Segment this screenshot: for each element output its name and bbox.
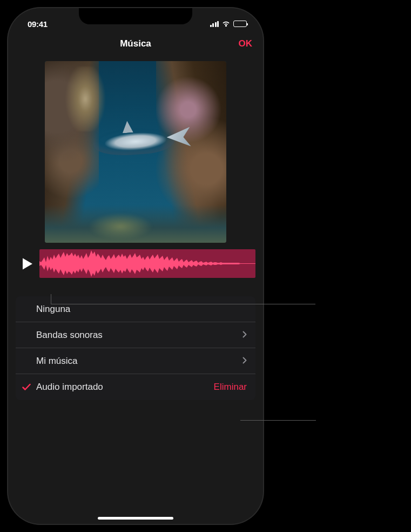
done-button[interactable]: OK: [239, 38, 253, 49]
wifi-icon: [221, 21, 231, 27]
delete-button[interactable]: Eliminar: [214, 382, 247, 393]
video-preview[interactable]: [45, 61, 226, 243]
option-soundtracks[interactable]: Bandas sonoras: [16, 322, 255, 348]
battery-icon: [233, 21, 247, 27]
content: Ninguna Bandas sonoras Mi música Audio i…: [8, 56, 263, 524]
chevron-right-icon: [242, 330, 247, 341]
home-indicator[interactable]: [98, 517, 173, 520]
page-title: Música: [8, 38, 263, 49]
notch: [79, 8, 192, 24]
status-time: 09:41: [28, 19, 48, 29]
option-my-music[interactable]: Mi música: [16, 348, 255, 374]
option-label: Ninguna: [36, 304, 70, 315]
option-imported-audio[interactable]: Audio importado Eliminar: [16, 374, 255, 400]
option-label: Audio importado: [36, 382, 103, 393]
callout-line: [240, 420, 316, 421]
callout-line: [51, 304, 315, 304]
status-indicators: [210, 21, 247, 27]
option-none[interactable]: Ninguna: [16, 296, 255, 322]
chevron-right-icon: [242, 356, 247, 367]
nav-bar: Música OK: [8, 32, 263, 56]
checkmark-icon: [22, 383, 31, 391]
play-icon: [22, 257, 33, 270]
audio-track-row: [16, 249, 255, 278]
music-source-list: Ninguna Bandas sonoras Mi música Audio i…: [16, 296, 255, 400]
cellular-signal-icon: [210, 21, 219, 27]
phone-frame: 09:41 Música OK: [8, 8, 263, 524]
option-label: Mi música: [36, 356, 78, 367]
option-label: Bandas sonoras: [36, 330, 103, 341]
play-button[interactable]: [16, 249, 39, 278]
audio-waveform[interactable]: [39, 249, 255, 278]
